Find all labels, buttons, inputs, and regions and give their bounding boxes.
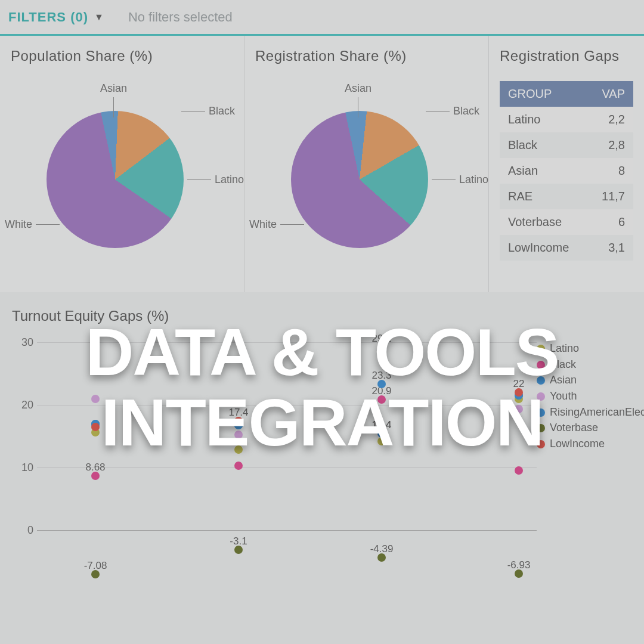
point-label: 17.4 — [228, 407, 248, 419]
legend-label: Latino — [550, 342, 579, 355]
legend-label: Black — [550, 358, 576, 371]
legend-swatch — [537, 408, 545, 417]
cell-group: Voterbase — [500, 209, 588, 235]
legend-item[interactable]: Voterbase — [537, 422, 632, 434]
scatter-plot: 30201008.6820.923.315.415.4-7.08-3.1-4.3… — [12, 339, 537, 619]
point-label: 22 — [513, 378, 525, 390]
pie-chart-registration: AsianBlackLatinoWhite — [255, 81, 478, 286]
legend-label: RisingAmericanElectorate — [550, 406, 644, 419]
point-label: 8.68 — [85, 462, 105, 473]
cell-vap: 11,7 — [588, 184, 633, 209]
point-label: -6.93 — [507, 559, 531, 571]
legend-item[interactable]: Asian — [537, 374, 632, 386]
legend-swatch — [537, 376, 545, 385]
legend-label: Voterbase — [550, 422, 598, 434]
cell-group: RAE — [500, 184, 588, 209]
panel-title: Registration Share (%) — [255, 48, 478, 64]
panel-population-share: Population Share (%) AsianBlackLatinoWhi… — [0, 36, 244, 292]
legend-swatch — [537, 345, 545, 353]
legend-item[interactable]: Latino — [537, 342, 632, 355]
cell-group: Black — [500, 132, 588, 158]
filters-label: FILTERS (0) — [8, 10, 88, 25]
data-point[interactable] — [234, 462, 243, 470]
scatter-legend: LatinoBlackAsianYouthRisingAmericanElect… — [537, 339, 632, 631]
table-body: Latino2,2Black2,8Asian8RAE11,7Voterbase6… — [500, 107, 633, 261]
legend-item[interactable]: Black — [537, 358, 632, 371]
data-point[interactable] — [515, 466, 523, 475]
legend-label: Asian — [550, 374, 577, 386]
panel-registration-gaps: Registration Gaps GROUP VAP Latino2,2Bla… — [489, 36, 644, 292]
filters-empty-text: No filters selected — [128, 10, 233, 25]
legend-item[interactable]: Youth — [537, 390, 632, 402]
table-row[interactable]: Latino2,2 — [500, 107, 633, 132]
data-point[interactable] — [377, 437, 386, 445]
table-row[interactable]: Voterbase6 — [500, 209, 633, 235]
cell-vap: 2,2 — [588, 107, 633, 132]
cell-vap: 8 — [588, 158, 633, 184]
table-header-group: GROUP — [500, 81, 588, 107]
cell-group: Latino — [500, 107, 588, 132]
point-label: 15.4 — [371, 419, 391, 431]
data-point[interactable] — [234, 431, 243, 439]
table-header-vap: VAP — [588, 81, 633, 107]
table-row[interactable]: Black2,8 — [500, 132, 633, 158]
point-label: 29.2 — [371, 333, 391, 345]
registration-gaps-table: GROUP VAP Latino2,2Black2,8Asian8RAE11,7… — [500, 81, 633, 261]
point-label: -3.1 — [230, 535, 247, 547]
panel-title: Population Share (%) — [11, 48, 233, 64]
legend-swatch — [537, 392, 545, 401]
panel-registration-share: Registration Share (%) AsianBlackLatinoW… — [244, 36, 489, 292]
legend-swatch — [537, 440, 545, 448]
point-label: -4.39 — [370, 543, 394, 555]
legend-label: Youth — [550, 390, 577, 402]
table-row[interactable]: RAE11,7 — [500, 184, 633, 209]
scatter-area: 30201008.6820.923.315.415.4-7.08-3.1-4.3… — [12, 339, 632, 631]
panel-title: Turnout Equity Gaps (%) — [12, 308, 632, 324]
data-point[interactable] — [91, 395, 100, 403]
panel-title: Registration Gaps — [500, 48, 633, 64]
cell-group: Asian — [500, 158, 588, 184]
pie-chart-population: AsianBlackLatinoWhite — [11, 81, 233, 286]
legend-swatch — [537, 361, 545, 369]
table-row[interactable]: LowIncome3,1 — [500, 235, 633, 261]
cell-vap: 6 — [588, 209, 633, 235]
legend-item[interactable]: LowIncome — [537, 438, 632, 450]
panel-turnout-equity-gaps: Turnout Equity Gaps (%) 30201008.6820.92… — [0, 292, 644, 631]
top-panels-row: Population Share (%) AsianBlackLatinoWhi… — [0, 36, 644, 292]
legend-label: LowIncome — [550, 438, 605, 450]
filters-button[interactable]: FILTERS (0) ▼ — [8, 10, 104, 25]
data-point[interactable] — [234, 445, 243, 454]
cell-vap: 3,1 — [588, 235, 633, 261]
chevron-down-icon: ▼ — [94, 12, 104, 23]
point-label: 23.3 — [371, 370, 391, 382]
table-row[interactable]: Asian8 — [500, 158, 633, 184]
data-point[interactable] — [515, 405, 523, 413]
filter-bar: FILTERS (0) ▼ No filters selected — [0, 0, 644, 36]
legend-swatch — [537, 424, 545, 432]
point-label: -7.08 — [84, 560, 107, 572]
legend-item[interactable]: RisingAmericanElectorate — [537, 406, 632, 419]
cell-vap: 2,8 — [588, 132, 633, 158]
cell-group: LowIncome — [500, 235, 588, 261]
data-point[interactable] — [91, 423, 100, 431]
